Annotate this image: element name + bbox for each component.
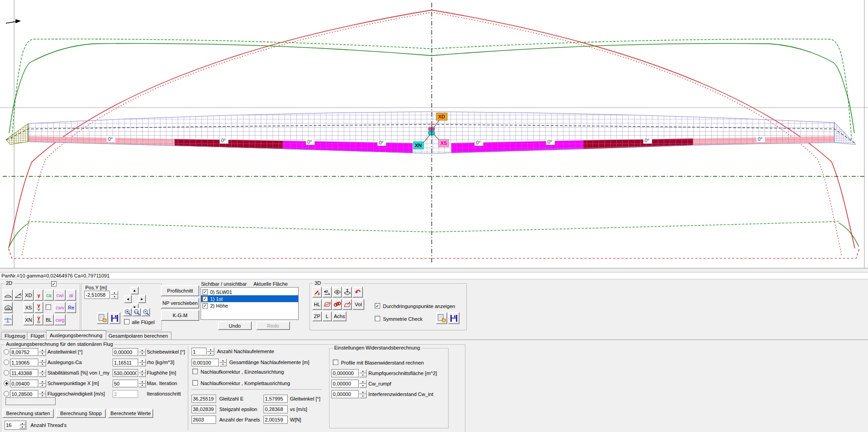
surface-list-item-selected[interactable]: ✓ 1) 1st (201, 295, 298, 302)
schiebewinkel-input[interactable] (113, 348, 138, 356)
cw-int-spinner[interactable]: ▲▼ (359, 390, 367, 398)
spin-up[interactable]: ▲ (139, 348, 146, 352)
alpha-3d-button[interactable]: α (322, 287, 332, 298)
spin-up[interactable]: ▲ (139, 359, 146, 363)
surface-list-item[interactable]: ✓ 2) Höhe (201, 302, 298, 309)
planform-plot-canvas[interactable]: 0° 0° 0° 0° 0° 0° 0° 0° XD XS XN (0, 0, 868, 268)
posy-spin-down[interactable]: ▼ (111, 295, 118, 299)
cw-rumpf-spinner[interactable]: ▲▼ (359, 380, 367, 388)
symmetrie-checkbox[interactable] (375, 316, 380, 321)
undo-button[interactable]: Undo (218, 321, 252, 330)
cwv-button[interactable]: cwv (54, 302, 66, 313)
paint-mesh-button[interactable] (312, 287, 322, 298)
fluggeschwindigkeit-input[interactable] (10, 390, 38, 398)
spin-down[interactable]: ▼ (19, 425, 26, 429)
cw-rumpf-input[interactable] (331, 380, 359, 388)
spin-up[interactable]: ▲ (39, 348, 46, 352)
anstellwinkel-input[interactable] (10, 348, 38, 356)
2d-top-checkbox[interactable]: ✓ (51, 281, 57, 287)
cwi-button[interactable]: cwi (54, 289, 66, 301)
spin-down[interactable]: ▼ (207, 352, 214, 356)
tab-fluegel[interactable]: Flügel (27, 332, 48, 339)
alle-fluegel-checkbox[interactable] (124, 319, 129, 324)
schwerpunktlage-input[interactable] (10, 380, 38, 387)
xd-button[interactable]: XD (23, 289, 34, 301)
stabilitaetsmass-spinner[interactable]: ▲▼ (39, 369, 46, 377)
spin-up[interactable]: ▲ (219, 359, 227, 363)
spin-up[interactable]: ▲ (39, 359, 46, 363)
kgm-button[interactable]: K-G-M (161, 310, 199, 321)
nachlauf-einzel-checkbox[interactable] (192, 369, 198, 374)
np-verschieben-button[interactable]: NP verschieben (161, 298, 199, 309)
flughoehe-input[interactable] (113, 369, 138, 377)
radio-auslegungs-ca[interactable] (4, 360, 9, 365)
surface-0-checkbox[interactable]: ✓ (202, 289, 208, 295)
alpha-angle-button[interactable] (13, 289, 23, 301)
stabilitaetsmass-input[interactable] (10, 369, 38, 377)
gamma-button[interactable]: γ (34, 289, 43, 301)
lift-3d-button[interactable] (342, 287, 352, 298)
ca-button[interactable]: ca (44, 289, 54, 301)
re-button[interactable]: Re (66, 302, 76, 313)
gamma-v-button[interactable]: γV (34, 302, 43, 313)
hl-button[interactable]: HL (312, 299, 322, 310)
vortex-button[interactable] (332, 299, 342, 310)
spin-down[interactable]: ▼ (359, 384, 367, 388)
flughoehe-spinner[interactable]: ▲▼ (139, 369, 146, 377)
save-3d-button[interactable] (448, 312, 460, 324)
spin-up[interactable]: ▲ (359, 390, 367, 394)
radio-anstellwinkel[interactable] (4, 349, 9, 355)
berechnung-starten-button[interactable]: Berechnung starten (2, 409, 54, 418)
berechnung-stopp-button[interactable]: Berechnung Stopp (56, 409, 106, 418)
spin-down[interactable]: ▼ (219, 363, 227, 367)
spin-down[interactable]: ▼ (359, 373, 367, 377)
spin-down[interactable]: ▼ (139, 363, 146, 367)
spin-up[interactable]: ▲ (139, 380, 146, 384)
profilschnitt-button[interactable]: Profilschnitt (161, 285, 199, 296)
xn-button[interactable]: XN (23, 314, 34, 325)
ai-button[interactable]: ai (66, 289, 76, 301)
spin-up[interactable]: ▲ (359, 369, 367, 373)
auslegungs-ca-input[interactable] (10, 359, 38, 366)
rumpfquerschnitt-spinner[interactable]: ▲▼ (359, 369, 367, 377)
spin-down[interactable]: ▼ (359, 394, 367, 398)
bl-button[interactable]: BL (44, 314, 54, 325)
spin-up[interactable]: ▲ (359, 380, 367, 384)
zp-button[interactable]: ZP (312, 311, 322, 321)
spin-down[interactable]: ▼ (39, 373, 46, 377)
cw-int-input[interactable] (331, 390, 359, 398)
l-button[interactable]: L (322, 311, 332, 321)
cwg-button[interactable]: cwg (54, 314, 66, 325)
anzahl-nachlauf-spinner[interactable]: ▲▼ (207, 348, 214, 355)
xs-button[interactable]: XS (23, 302, 34, 313)
vol-button[interactable]: Vol (352, 299, 364, 310)
wing-outline-button[interactable] (3, 289, 13, 301)
blasenwiderstand-checkbox[interactable] (333, 360, 338, 365)
auslegungs-ca-spinner[interactable]: ▲▼ (39, 359, 46, 366)
surface-1-checkbox[interactable]: ✓ (202, 296, 208, 302)
pan-right-button[interactable]: ► (138, 295, 146, 303)
spin-up[interactable]: ▲ (207, 348, 214, 352)
redo-button[interactable]: Redo (256, 321, 290, 330)
surface-list-item[interactable]: ✓ 0) SLW01 (201, 288, 298, 295)
surface-2-checkbox[interactable]: ✓ (202, 303, 208, 309)
anstellwinkel-spinner[interactable]: ▲▼ (39, 348, 46, 356)
spin-down[interactable]: ▼ (139, 352, 146, 356)
zoom-out-button[interactable] (141, 308, 150, 316)
fluggeschwindigkeit-spinner[interactable]: ▲▼ (39, 390, 46, 398)
achs-button[interactable]: Achs (332, 311, 346, 321)
spin-down[interactable]: ▼ (39, 352, 46, 356)
radio-schwerpunktlage[interactable] (4, 381, 9, 386)
rho-input[interactable] (113, 359, 138, 366)
radio-fluggeschwindigkeit[interactable] (4, 391, 9, 396)
rumpfquerschnitt-input[interactable] (331, 369, 359, 377)
spin-up[interactable]: ▲ (39, 390, 46, 394)
panel-sheet-button[interactable] (322, 299, 332, 310)
spin-down[interactable]: ▼ (139, 384, 146, 388)
export-3d-button[interactable] (436, 312, 447, 324)
plot-separator[interactable] (0, 268, 868, 273)
pan-3d-button[interactable] (332, 287, 342, 298)
nachlauf-komplett-checkbox[interactable] (192, 380, 198, 386)
schwerpunktlage-spinner[interactable]: ▲▼ (39, 380, 46, 387)
max-iteration-input[interactable] (113, 380, 138, 387)
